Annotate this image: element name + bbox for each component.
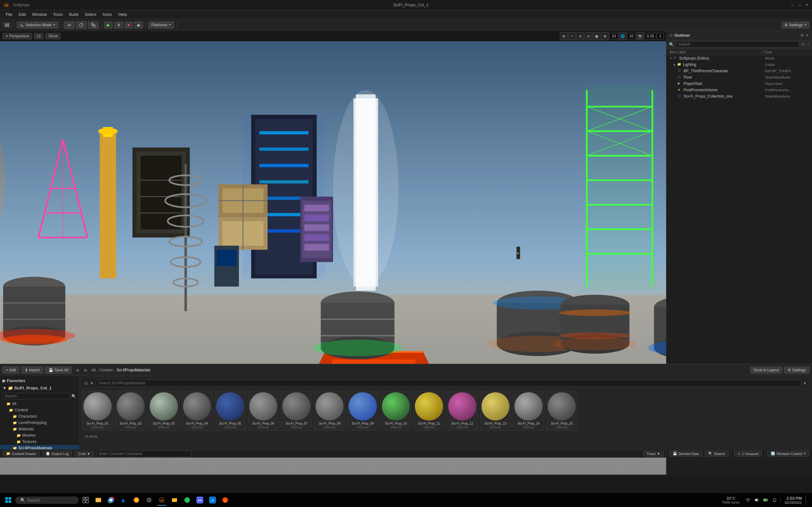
material-10[interactable]: Sci-Fi_Prop_10 Material [380, 391, 412, 431]
cb-search-input[interactable] [96, 380, 801, 387]
outliner-item-ppv[interactable]: ◈ PostProcessVolume PostProcessVo… [666, 87, 812, 93]
cb-sidebar-materials[interactable]: 📁 Materials [0, 426, 79, 432]
taskbar-edge[interactable] [118, 494, 130, 506]
notification-icon[interactable] [771, 497, 778, 503]
material-04[interactable]: Sci-Fi_Prop_04 Material [182, 391, 213, 431]
material-14[interactable]: Sci-Fi_Prop_14 Material [513, 391, 544, 431]
breadcrumb-materials[interactable]: Sci-fiPropsMaterials [116, 368, 150, 372]
cb-sidebar-content[interactable]: 📁 Content [0, 407, 79, 413]
outliner-settings-icon[interactable]: ⚙ [800, 33, 804, 38]
battery-icon[interactable] [763, 497, 769, 503]
cb-sidebar-textures[interactable]: 📁 Textures [0, 439, 79, 445]
cb-favorites-header[interactable]: ▶ Favorites [0, 377, 79, 384]
cb-search-dropdown[interactable]: ▼ [803, 381, 807, 386]
start-button[interactable] [3, 494, 14, 506]
taskbar-discord[interactable] [194, 494, 206, 506]
translate-tool[interactable] [64, 21, 74, 29]
material-06[interactable]: Sci-Fi_Prop_06 Material [248, 391, 279, 431]
console-input[interactable] [96, 451, 192, 457]
clock-widget[interactable]: 2:03 PM 10/19/2021 [783, 496, 803, 504]
cb-project-header[interactable]: ▼ 📁 SciFi_Props_Col_1 [0, 384, 79, 392]
panel-collapse-arrow[interactable]: ▶ [516, 246, 520, 259]
close-button[interactable]: ✕ [804, 2, 809, 8]
outliner-item-bp[interactable]: ⬡ BP_ThirdPersonCharacter Edit BP_ThirdP… [666, 68, 812, 74]
material-02[interactable]: Sci-Fi_Prop_02 Material [115, 391, 147, 431]
breadcrumb-all[interactable]: All [91, 368, 96, 372]
dock-layout-button[interactable]: Dock in Layout [750, 367, 782, 374]
material-12[interactable]: Sci-Fi_Prop_12 Material [447, 391, 478, 431]
scale-tool[interactable] [88, 21, 99, 29]
material-09[interactable]: Sci-Fi_Prop_09 Material [347, 391, 378, 431]
menu-actor[interactable]: Actor [99, 11, 115, 17]
material-13[interactable]: Sci-Fi_Prop_13 Material [480, 391, 511, 431]
outliner-search-input[interactable] [676, 41, 799, 48]
taskbar-app6[interactable]: ▲ [219, 494, 231, 506]
taskbar-explorer2[interactable] [169, 494, 180, 506]
eject-button[interactable]: ⏏ [134, 21, 143, 29]
cb-sidebar-scifi-mats[interactable]: 📁 Sci-fiPropsMaterials [0, 445, 79, 449]
volume-icon[interactable] [754, 497, 760, 503]
material-15[interactable]: Sci-Fi_Prop_15 Material [546, 391, 577, 431]
save-levels-button[interactable] [3, 22, 11, 28]
outliner-add-filter-icon[interactable]: + [807, 42, 809, 47]
trace-button[interactable]: Trace ▼ [643, 451, 664, 457]
viewport-perspective-button[interactable]: ▼ Perspective [3, 33, 32, 39]
menu-window[interactable]: Window [29, 11, 50, 17]
save-all-button[interactable]: 💾 Save All [45, 367, 72, 374]
cb-settings-button[interactable]: ⚙ Settings [784, 367, 809, 374]
stop-button[interactable]: ■ [125, 21, 133, 29]
task-view-button[interactable] [80, 494, 91, 506]
cb-sidebar-all[interactable]: 📁 All [0, 400, 79, 407]
vp-tool-units[interactable]: 🌐 [619, 32, 626, 40]
cb-nav-forward[interactable]: ▶ [83, 367, 90, 373]
outliner-item-playerstart[interactable]: ▶ PlayerStart PlayerStart [666, 80, 812, 87]
vp-tool-2[interactable]: + [568, 32, 576, 40]
vp-tool-4[interactable]: ⊙ [585, 32, 592, 40]
show-desktop-button[interactable] [806, 494, 807, 506]
import-button[interactable]: ⬇ Import [21, 367, 43, 374]
taskbar-search[interactable]: 🔍 Search [15, 497, 79, 504]
outliner-close-icon[interactable]: ✕ [805, 33, 809, 38]
weather-widget[interactable]: 33°C Partly sunny [722, 496, 740, 504]
material-01[interactable]: Sci-Fi_Prop_01 Material [82, 391, 113, 431]
settings-dropdown[interactable]: ⚙ Settings [781, 21, 809, 29]
taskbar-spotify[interactable]: ♪ [182, 494, 193, 506]
taskbar-firefox[interactable] [131, 494, 142, 506]
outliner-item-floor[interactable]: ⬡ Floor StaticMeshActor [666, 74, 812, 80]
play-button[interactable]: ▶ [104, 21, 113, 29]
cb-sidebar-meshes[interactable]: 📁 Meshes [0, 432, 79, 439]
maximize-viewport-button[interactable]: ⊞ [560, 32, 567, 40]
taskbar-settings[interactable] [143, 494, 155, 506]
derived-data-button[interactable]: 💾 Derived Data [669, 451, 702, 457]
cmd-button[interactable]: Cmd ▼ [74, 451, 94, 457]
add-button[interactable]: + Add [3, 367, 19, 374]
menu-select[interactable]: Select [82, 11, 99, 17]
cb-filter-arrow[interactable]: ▼ [90, 381, 94, 386]
viewport-lit-button[interactable]: Lit [34, 33, 44, 39]
menu-help[interactable]: Help [115, 11, 130, 17]
outliner-item-world[interactable]: ⬡ Scifiprops (Editor) World [666, 55, 812, 61]
taskbar-chrome[interactable] [105, 494, 117, 506]
cb-nav-back[interactable]: ◀ [73, 367, 81, 373]
network-icon[interactable] [745, 497, 751, 503]
content-drawer-button[interactable]: 📁 Content Drawer [3, 451, 40, 457]
revision-control-button[interactable]: 🔄 Revision Control [767, 451, 809, 457]
menu-edit[interactable]: Edit [15, 11, 29, 17]
cb-sidebar-levelproto[interactable]: 📁 LevelPrototyping [0, 419, 79, 426]
minimize-button[interactable]: — [790, 2, 796, 8]
cb-sidebar-characters[interactable]: 📁 Characters [0, 413, 79, 419]
material-05[interactable]: Sci-Fi_Prop_05 Material [214, 391, 246, 431]
pause-button[interactable]: ⏸ [114, 21, 123, 29]
outliner-search-settings-icon[interactable]: ⚙ [801, 42, 805, 47]
material-11[interactable]: Sci-Fi_Prop_11 Material [413, 391, 445, 431]
menu-file[interactable]: File [3, 11, 15, 17]
menu-build[interactable]: Build [66, 11, 82, 17]
outliner-item-collection[interactable]: ⬡ Sci-Fi_Props_Collection_one StaticMesh… [666, 93, 812, 100]
menu-tools[interactable]: Tools [50, 11, 66, 17]
material-03[interactable]: Sci-Fi_Prop_03 Material [148, 391, 180, 431]
taskbar-ue5[interactable]: UE [156, 494, 167, 506]
cb-sidebar-search-icon[interactable]: 🔍 [71, 394, 77, 399]
breadcrumb-content[interactable]: Content [99, 368, 113, 372]
output-log-button[interactable]: 📋 Output Log [42, 451, 72, 457]
material-08[interactable]: Sci-Fi_Prop_08 Material [314, 391, 345, 431]
